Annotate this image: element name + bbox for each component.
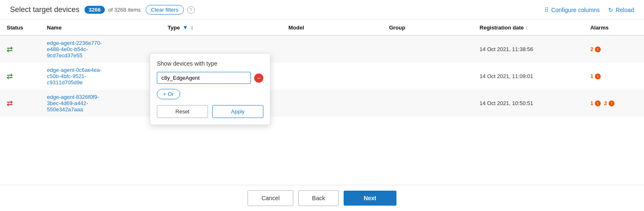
row3-regdate: 14 Oct 2021, 10:50:51 (473, 90, 584, 117)
type-filter-input[interactable] (157, 72, 251, 84)
row3-status: ⇄ (0, 90, 40, 117)
reload-icon: ↻ (608, 7, 613, 13)
filter-actions: Reset Apply (157, 105, 263, 118)
row1-model (282, 35, 382, 63)
remove-filter-button[interactable]: − (254, 74, 263, 83)
status-active-icon: ⇄ (7, 72, 13, 81)
bottom-action-bar: Cancel Back Next (0, 185, 644, 211)
reset-filter-button[interactable]: Reset (157, 105, 208, 118)
status-inactive-icon: ⇄ (7, 99, 13, 108)
row3-alarms: 1 ! 2 ! (584, 90, 644, 117)
configure-columns-button[interactable]: ⠿ Configure columns (545, 7, 600, 13)
col-header-type[interactable]: Type ▼ ↕ (161, 20, 282, 35)
table-row: ⇄ edge-agent-2236e770-e488-4e0c-b54c-9cd… (0, 35, 644, 63)
regdate-sort-icon[interactable]: ↕ (525, 24, 528, 31)
row2-alarms: 1 ! (584, 63, 644, 90)
alarm-value: 1 ! 2 ! (590, 100, 614, 106)
alarm-value: 2 ! (590, 46, 637, 52)
row3-group (382, 90, 473, 117)
devices-table: Status Name Type ▼ ↕ Model (0, 20, 644, 117)
table-header-row: Status Name Type ▼ ↕ Model (0, 20, 644, 35)
row2-name: edge-agent-0c6ae4ea-c50b-4bfc-9521-c9311… (40, 63, 161, 90)
type-sort-icon[interactable]: ↕ (191, 24, 193, 31)
row1-regdate: 14 Oct 2021, 11:38:56 (473, 35, 584, 63)
col-header-status: Status (0, 20, 40, 35)
filter-input-row: − (157, 72, 263, 84)
alarm-dot-icon: ! (595, 101, 601, 106)
device-link[interactable]: edge-agent-0c6ae4ea-c50b-4bfc-9521-c9311… (47, 67, 102, 86)
device-link[interactable]: edge-agent-2236e770-e488-4e0c-b54c-9cd7e… (47, 40, 102, 59)
row1-name: edge-agent-2236e770-e488-4e0c-b54c-9cd7e… (40, 35, 161, 63)
alarm-value: 1 ! (590, 73, 637, 79)
clear-filters-button[interactable]: Clear filters (146, 5, 184, 15)
row1-alarms: 2 ! (584, 35, 644, 63)
alarm-dot-icon: ! (595, 74, 601, 79)
row1-group (382, 35, 473, 63)
columns-icon: ⠿ (545, 7, 549, 13)
help-icon[interactable]: ? (187, 6, 195, 14)
cancel-button[interactable]: Cancel (248, 190, 293, 206)
filter-popup-title: Show devices with type (157, 60, 263, 67)
page-header: Select target devices 3266 of 3268 items… (0, 0, 644, 20)
items-badge: 3266 (84, 6, 105, 14)
row2-regdate: 14 Oct 2021, 11:09:01 (473, 63, 584, 90)
page-title: Select target devices (10, 5, 79, 14)
items-text: of 3268 items (108, 7, 141, 13)
row2-status: ⇄ (0, 63, 40, 90)
row3-model (282, 90, 382, 117)
col-header-alarms: Alarms (584, 20, 644, 35)
next-button[interactable]: Next (344, 191, 396, 206)
row2-group (382, 63, 473, 90)
type-filter-popup: Show devices with type − + Or Reset Appl… (150, 53, 270, 125)
reload-button[interactable]: ↻ Reload (608, 7, 634, 13)
status-active-icon: ⇄ (7, 45, 13, 54)
type-filter-icon[interactable]: ▼ (182, 24, 188, 31)
col-header-name: Name (40, 20, 161, 35)
row1-status: ⇄ (0, 35, 40, 63)
apply-filter-button[interactable]: Apply (212, 105, 263, 118)
col-header-group: Group (382, 20, 473, 35)
header-right-actions: ⠿ Configure columns ↻ Reload (545, 7, 634, 13)
alarm-dot-icon: ! (595, 47, 601, 52)
alarm-dot-icon2: ! (609, 101, 614, 106)
col-header-model: Model (282, 20, 382, 35)
table-container: Status Name Type ▼ ↕ Model (0, 20, 644, 185)
table-row: ⇄ edge-agent-0c6ae4ea-c50b-4bfc-9521-c93… (0, 63, 644, 90)
row2-model (282, 63, 382, 90)
device-link[interactable]: edge-agent-8326f0f9-3bec-4d69-a442-550e3… (47, 94, 99, 113)
table-row: ⇄ edge-agent-8326f0f9-3bec-4d69-a442-550… (0, 90, 644, 117)
or-button[interactable]: + Or (157, 89, 180, 99)
col-header-regdate[interactable]: Registration date ↕ (473, 20, 584, 35)
row3-name: edge-agent-8326f0f9-3bec-4d69-a442-550e3… (40, 90, 161, 117)
back-button[interactable]: Back (298, 190, 339, 206)
